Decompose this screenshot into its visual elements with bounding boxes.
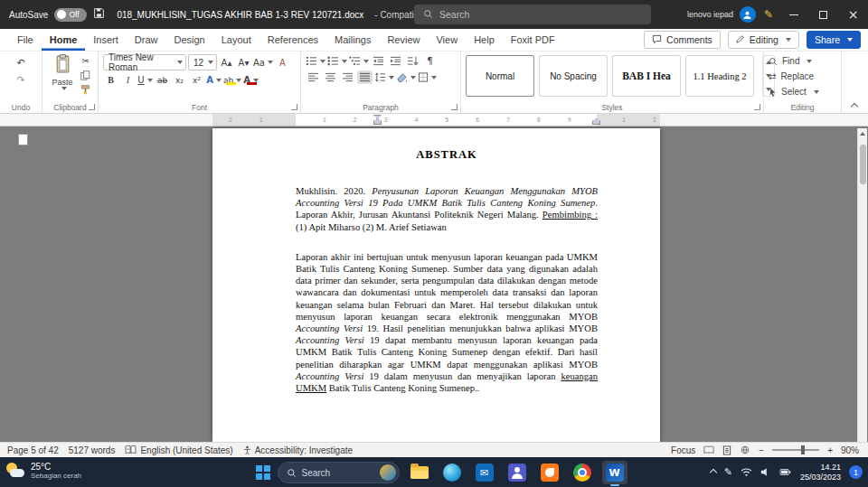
tray-pen-icon[interactable]: ✎ xyxy=(724,466,732,478)
tab-home[interactable]: Home xyxy=(42,29,86,51)
font-size-combo[interactable]: 12 xyxy=(188,54,217,70)
format-painter-button[interactable] xyxy=(78,83,93,97)
tab-references[interactable]: References xyxy=(259,29,326,51)
tab-draw[interactable]: Draw xyxy=(127,29,166,51)
bold-button[interactable]: B xyxy=(103,73,118,87)
redo-button[interactable]: ↷ xyxy=(13,71,30,89)
page-indicator[interactable]: Page 5 of 42 xyxy=(7,445,59,455)
file-explorer-icon[interactable] xyxy=(407,461,432,484)
proofing-status[interactable]: English (United States) xyxy=(125,445,232,455)
shading-button[interactable] xyxy=(396,70,416,84)
clock[interactable]: 14.21 25/03/2023 xyxy=(800,463,841,482)
outlook-icon[interactable]: ✉ xyxy=(472,461,497,484)
change-case-button[interactable]: Aa xyxy=(253,56,273,70)
taskbar-search[interactable]: Search xyxy=(278,462,400,483)
copy-button[interactable] xyxy=(78,69,93,82)
styles-dialog-launcher-icon[interactable] xyxy=(754,104,760,110)
select-button[interactable]: Select xyxy=(769,84,836,99)
comments-button[interactable]: Comments xyxy=(644,31,721,49)
editing-mode-button[interactable]: Editing xyxy=(728,31,799,49)
account-name[interactable]: lenovo iepad xyxy=(687,10,733,19)
share-button[interactable]: Share xyxy=(807,31,861,49)
paragraph-dialog-launcher-icon[interactable] xyxy=(451,104,458,110)
align-right-button[interactable] xyxy=(340,70,355,84)
borders-button[interactable] xyxy=(418,70,437,84)
zoom-out-button[interactable]: − xyxy=(759,445,764,455)
style-no-spacing[interactable]: No Spacing xyxy=(539,55,608,97)
font-name-combo[interactable]: Times New Roman xyxy=(103,54,186,70)
tab-insert[interactable]: Insert xyxy=(85,29,127,51)
tab-layout[interactable]: Layout xyxy=(213,29,259,51)
shrink-font-button[interactable]: A▾ xyxy=(236,56,251,70)
maximize-button[interactable] xyxy=(808,0,838,29)
account-avatar[interactable] xyxy=(740,6,756,23)
tab-design[interactable]: Design xyxy=(165,29,212,51)
justify-button[interactable] xyxy=(357,70,373,84)
align-left-button[interactable] xyxy=(306,70,321,84)
minimize-button[interactable] xyxy=(778,0,808,29)
edge-icon[interactable] xyxy=(439,461,465,484)
document-page[interactable]: ABSTRAK Mukhlisin. 2020. Penyusunan Lapo… xyxy=(212,128,660,442)
battery-icon[interactable] xyxy=(778,467,792,477)
decrease-indent-button[interactable] xyxy=(371,54,386,68)
wifi-icon[interactable] xyxy=(741,467,752,477)
scrollbar-thumb[interactable] xyxy=(860,145,866,184)
weather-widget[interactable]: 25°C Sebagian cerah xyxy=(5,461,81,481)
tab-review[interactable]: Review xyxy=(379,29,428,51)
search-input[interactable]: Search xyxy=(414,5,651,24)
start-button[interactable] xyxy=(256,465,270,480)
clear-formatting-button[interactable]: A xyxy=(275,56,290,70)
horizontal-ruler[interactable]: 2 1 1 2 3 4 5 6 7 8 9 1 2 xyxy=(0,114,868,126)
read-mode-button[interactable] xyxy=(703,445,714,454)
tab-file[interactable]: File xyxy=(9,29,42,51)
clipboard-dialog-launcher-icon[interactable] xyxy=(89,104,95,110)
style-heading-2[interactable]: 1.1 Heading 2 xyxy=(685,55,754,97)
text-effects-button[interactable]: A xyxy=(206,73,222,87)
superscript-button[interactable]: x² xyxy=(189,73,204,87)
hidden-icons-chevron[interactable] xyxy=(709,468,716,475)
save-icon[interactable] xyxy=(93,6,105,23)
teams-icon[interactable] xyxy=(505,461,530,484)
paste-button[interactable]: Paste xyxy=(47,54,78,99)
italic-button[interactable]: I xyxy=(120,73,136,87)
find-button[interactable]: Find xyxy=(769,53,836,69)
zoom-slider-thumb[interactable] xyxy=(801,445,805,454)
word-count[interactable]: 5127 words xyxy=(69,445,116,455)
show-formatting-marks-button[interactable]: ¶ xyxy=(422,54,438,68)
subscript-button[interactable]: x₂ xyxy=(172,73,187,87)
document-title[interactable]: 018_MUKHLISIN_TUGAS AKHIR BAB 1-3 REV 12… xyxy=(117,10,363,20)
line-spacing-button[interactable] xyxy=(374,70,394,84)
print-layout-button[interactable] xyxy=(722,445,731,455)
highlight-color-button[interactable]: ab xyxy=(223,73,241,87)
zoom-level[interactable]: 90% xyxy=(841,445,859,455)
zoom-in-button[interactable]: + xyxy=(827,445,833,455)
zoom-slider[interactable] xyxy=(772,449,819,451)
style-bab-i-heading[interactable]: BAB I Hea xyxy=(612,55,681,97)
font-color-button[interactable]: A xyxy=(243,73,259,87)
foxit-icon[interactable] xyxy=(537,461,562,484)
collapse-ribbon-icon[interactable] xyxy=(851,103,858,110)
notification-badge[interactable]: 1 xyxy=(849,465,863,479)
tab-view[interactable]: View xyxy=(428,29,466,51)
tab-foxit-pdf[interactable]: Foxit PDF xyxy=(503,29,563,51)
vertical-scrollbar[interactable] xyxy=(857,128,867,442)
sort-button[interactable] xyxy=(405,54,420,68)
strikethrough-button[interactable]: ab xyxy=(155,73,170,87)
volume-icon[interactable] xyxy=(760,467,770,477)
autosave-toggle[interactable]: Off xyxy=(54,8,87,22)
numbering-button[interactable] xyxy=(327,54,347,68)
web-layout-button[interactable] xyxy=(740,445,750,454)
font-dialog-launcher-icon[interactable] xyxy=(291,104,297,110)
style-normal[interactable]: Normal xyxy=(466,55,534,97)
multilevel-list-button[interactable] xyxy=(349,54,369,68)
tab-help[interactable]: Help xyxy=(466,29,503,51)
cut-button[interactable]: ✂ xyxy=(78,54,93,68)
close-button[interactable]: × xyxy=(838,0,868,29)
replace-button[interactable]: ⇄ Replace xyxy=(769,69,836,84)
scroll-up-arrow-icon[interactable] xyxy=(858,128,867,139)
chrome-icon[interactable] xyxy=(570,461,595,484)
accessibility-status[interactable]: Accessibility: Investigate xyxy=(243,445,353,455)
grow-font-button[interactable]: A▴ xyxy=(219,56,234,70)
tab-mailings[interactable]: Mailings xyxy=(326,29,379,51)
undo-button[interactable]: ↶ xyxy=(13,54,30,71)
